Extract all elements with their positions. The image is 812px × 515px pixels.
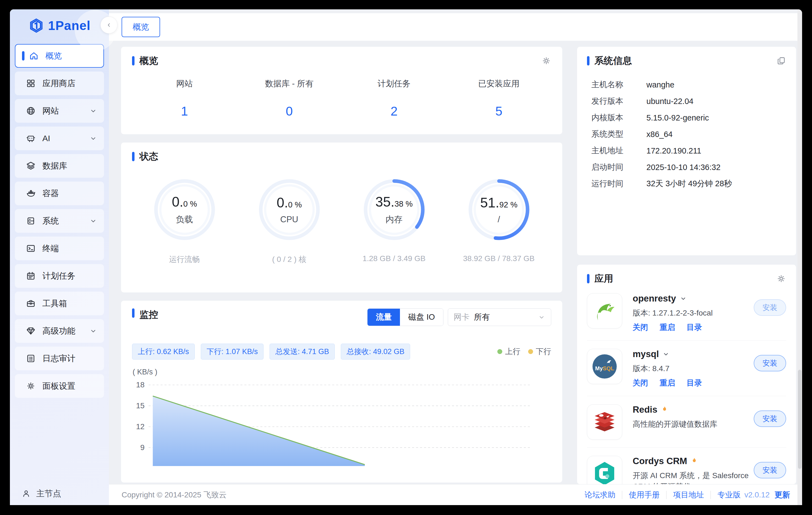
pro-edition-link[interactable]: 专业版 <box>717 490 741 500</box>
gauge-label: / <box>498 214 500 225</box>
y-axis-unit: ( KB/s ) <box>133 368 551 376</box>
stat-value[interactable]: 5 <box>446 104 551 119</box>
sidebar-item-settings[interactable]: 面板设置 <box>15 374 104 398</box>
forum-help-link[interactable]: 论坛求助 <box>584 490 615 500</box>
sidebar-item-label: 计划任务 <box>42 270 76 282</box>
sidebar-item-cronjob[interactable]: 计划任务 <box>15 264 104 288</box>
sidebar-item-master-node[interactable]: 主节点 <box>10 482 109 505</box>
app-stop-link[interactable]: 关闭 <box>633 322 648 333</box>
stat-cronjobs: 计划任务 2 <box>342 78 446 119</box>
stat-value[interactable]: 0 <box>237 104 342 119</box>
mysql-logo: MySQL <box>590 352 619 381</box>
legend-dot-up <box>497 349 502 354</box>
install-button[interactable]: 安装 <box>754 410 786 427</box>
gauge-caption: 运行流畅 <box>169 254 200 265</box>
stat-value[interactable]: 2 <box>342 104 446 119</box>
gauge-value: 51.92 % <box>480 195 518 211</box>
legend-label: 上行 <box>505 346 520 357</box>
mysql-app-icon: MySQL <box>587 349 622 384</box>
content-area: 概览 网站 1 数据库 - 所有 0 <box>109 41 802 484</box>
layers-icon <box>26 161 36 171</box>
total-sent-chip: 总发送: 4.71 GB <box>269 344 335 360</box>
chevron-down-icon[interactable] <box>679 295 687 302</box>
gauge-caption: 1.28 GB / 3.49 GB <box>362 254 426 263</box>
scrollbar-thumb[interactable] <box>798 370 802 469</box>
title-accent-bar <box>132 308 135 318</box>
stat-label: 已安装应用 <box>446 78 551 89</box>
sidebar-item-ai[interactable]: AI <box>15 126 104 150</box>
install-button[interactable]: 安装 <box>754 462 786 479</box>
row-arch: 系统类型x86_64 <box>587 126 786 143</box>
app-restart-link[interactable]: 重启 <box>660 322 675 333</box>
app-info: openresty 版本: 1.27.1.2-2-3-focal 关闭 重启 目… <box>633 293 754 333</box>
redis-logo <box>591 408 618 436</box>
sidebar-item-label: 网站 <box>42 105 59 117</box>
legend-down[interactable]: 下行 <box>528 346 551 357</box>
system-info-rows: 主机名称wanghe 发行版本ubuntu-22.04 内核版本5.15.0-9… <box>587 77 786 192</box>
legend-label: 下行 <box>536 346 551 357</box>
sidebar-item-label: 系统 <box>42 216 59 227</box>
install-button[interactable]: 安装 <box>754 355 786 371</box>
sidebar-item-system[interactable]: 系统 <box>15 209 104 233</box>
sidebar-item-appstore[interactable]: 应用商店 <box>15 71 104 95</box>
gauge-memory: 35.38 % 内存 1.28 GB / 3.49 GB <box>342 175 446 265</box>
sidebar-item-container[interactable]: 容器 <box>15 181 104 205</box>
app-stop-link[interactable]: 关闭 <box>633 378 648 388</box>
apps-title: 应用 <box>594 273 613 285</box>
sidebar-item-logs[interactable]: 日志审计 <box>15 347 104 370</box>
sidebar-item-website[interactable]: 网站 <box>15 99 104 123</box>
row-hostname: 主机名称wanghe <box>587 77 786 93</box>
tab-overview[interactable]: 概览 <box>122 17 160 37</box>
update-link[interactable]: 更新 <box>775 490 790 500</box>
app-info: Redis 高性能的开源键值数据库 <box>633 404 754 439</box>
log-icon <box>26 353 36 364</box>
copy-icon[interactable] <box>776 56 786 66</box>
app-restart-link[interactable]: 重启 <box>660 378 675 388</box>
openresty-app-icon <box>587 293 622 328</box>
page-scrollbar[interactable] <box>798 9 802 505</box>
gauge-caption: 38.92 GB / 78.37 GB <box>463 254 535 263</box>
app-directory-link[interactable]: 目录 <box>687 378 702 388</box>
gear-icon[interactable] <box>541 56 551 66</box>
sidebar-item-terminal[interactable]: 终端 <box>15 237 104 260</box>
overview-card-header: 概览 <box>132 55 551 67</box>
sidebar-item-database[interactable]: 数据库 <box>15 154 104 178</box>
app-directory-link[interactable]: 目录 <box>687 322 702 333</box>
gauge-label: 负载 <box>176 214 193 225</box>
area-chart-svg: 1815129 <box>132 380 551 466</box>
svg-text:MySQL: MySQL <box>595 365 614 371</box>
legend-dot-down <box>528 349 533 354</box>
app-name: Cordys CRM <box>633 456 687 466</box>
main-area: 概览 概览 网站 1 <box>109 9 802 505</box>
tab-bar: 概览 <box>109 13 802 41</box>
stat-value[interactable]: 1 <box>132 104 237 119</box>
chart-legend: 上行 下行 <box>497 346 551 357</box>
network-card-select[interactable]: 网卡 所有 <box>448 308 551 326</box>
status-card-header: 状态 <box>132 150 551 163</box>
gear-icon[interactable] <box>776 274 786 284</box>
install-button[interactable]: 安装 <box>754 299 786 316</box>
title-accent-bar <box>132 56 135 65</box>
chevron-down-icon[interactable] <box>662 350 670 358</box>
chevron-down-icon <box>89 327 97 335</box>
project-link[interactable]: 项目地址 <box>673 490 704 500</box>
stat-label: 网站 <box>132 78 237 89</box>
sidebar-item-label: 日志审计 <box>42 353 76 364</box>
manual-link[interactable]: 使用手册 <box>629 490 660 500</box>
sidebar-item-toolbox[interactable]: 工具箱 <box>15 292 104 315</box>
tab-disk-io[interactable]: 磁盘 IO <box>400 309 443 326</box>
sidebar-item-advanced[interactable]: 高级功能 <box>15 319 104 343</box>
app-name-row: openresty <box>633 293 754 304</box>
app-version: 版本: 8.4.7 <box>633 363 751 374</box>
down-rate-chip: 下行: 1.07 KB/s <box>201 344 263 360</box>
app-row-cordys-crm: Cordys CRM 开源 AI CRM 系统，是 Salesforce CRM… <box>587 448 786 484</box>
legend-up[interactable]: 上行 <box>497 346 520 357</box>
memory-gauge: 35.38 % 内存 <box>359 175 429 244</box>
app-actions: 关闭 重启 目录 <box>633 378 754 388</box>
apps-card: 应用 <box>577 265 796 484</box>
tab-traffic[interactable]: 流量 <box>368 309 400 326</box>
monitor-card-header: 监控 流量 磁盘 IO 网卡 所有 <box>132 308 551 326</box>
sidebar-item-label: 概览 <box>46 50 62 62</box>
sidebar-collapse-button[interactable] <box>100 17 117 34</box>
sidebar-menu: 概览 应用商店 网站 AI 数据库 <box>10 42 109 482</box>
